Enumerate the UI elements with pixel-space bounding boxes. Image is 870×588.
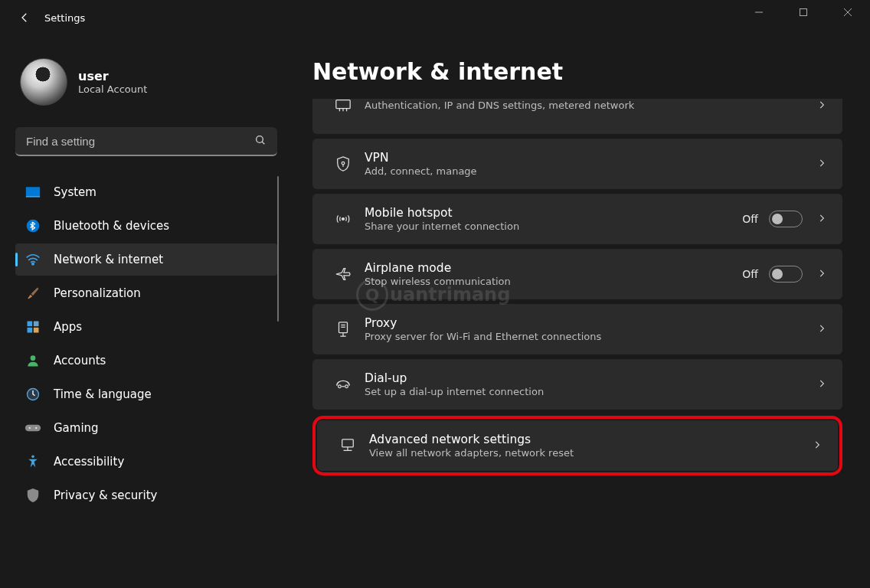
svg-point-4 <box>257 136 263 143</box>
sidebar-item-label: System <box>54 185 96 199</box>
page-title: Network & internet <box>312 58 842 85</box>
card-title: Airplane mode <box>365 261 742 275</box>
bluetooth-icon <box>25 218 41 234</box>
sidebar-item-label: Bluetooth & devices <box>54 219 169 233</box>
sidebar-item-label: Accessibility <box>54 455 124 469</box>
card-title: Mobile hotspot <box>365 206 742 220</box>
svg-rect-20 <box>336 100 350 109</box>
sidebar-item-gaming[interactable]: Gaming <box>15 412 277 444</box>
card-title: Dial-up <box>365 371 813 385</box>
sidebar: user Local Account System Blu <box>0 35 291 588</box>
profile-block[interactable]: user Local Account <box>15 58 277 106</box>
window-title: Settings <box>44 12 85 24</box>
sidebar-item-system[interactable]: System <box>15 176 277 208</box>
proxy-icon <box>326 321 360 338</box>
card-mobile-hotspot[interactable]: Mobile hotspot Share your internet conne… <box>312 194 842 244</box>
hotspot-icon <box>326 212 360 226</box>
svg-point-26 <box>342 218 345 220</box>
sidebar-item-personalization[interactable]: Personalization <box>15 277 277 309</box>
nav-scrollbar[interactable] <box>277 176 279 322</box>
svg-rect-7 <box>26 196 40 198</box>
svg-point-9 <box>32 263 34 265</box>
sidebar-item-apps[interactable]: Apps <box>15 311 277 343</box>
ethernet-icon <box>326 99 360 113</box>
svg-point-17 <box>29 427 31 429</box>
clock-globe-icon <box>25 387 41 402</box>
search-icon <box>254 134 267 149</box>
search-wrap <box>15 127 277 156</box>
wifi-icon <box>25 253 41 266</box>
card-title: Proxy <box>365 316 813 330</box>
profile-account-type: Local Account <box>78 83 147 95</box>
highlight-ring: Advanced network settings View all netwo… <box>312 416 842 475</box>
sidebar-item-label: Gaming <box>54 421 99 435</box>
sidebar-item-label: Network & internet <box>54 253 163 266</box>
svg-point-14 <box>31 355 36 361</box>
card-sub: Share your internet connection <box>365 220 742 232</box>
svg-point-19 <box>31 456 34 459</box>
card-sub: View all network adapters, network reset <box>369 447 809 459</box>
card-proxy[interactable]: Proxy Proxy server for Wi-Fi and Etherne… <box>312 304 842 354</box>
card-advanced-network[interactable]: Advanced network settings View all netwo… <box>317 420 838 471</box>
sidebar-item-accounts[interactable]: Accounts <box>15 345 277 377</box>
sidebar-item-accessibility[interactable]: Accessibility <box>15 446 277 478</box>
chevron-right-icon <box>816 267 827 282</box>
card-airplane-mode[interactable]: Airplane mode Stop wireless communicatio… <box>312 249 842 299</box>
vpn-shield-icon <box>326 155 360 172</box>
minimize-button[interactable] <box>737 0 781 24</box>
sidebar-item-privacy[interactable]: Privacy & security <box>15 479 277 511</box>
airplane-toggle[interactable] <box>769 266 803 283</box>
svg-rect-35 <box>342 439 354 447</box>
card-vpn[interactable]: VPN Add, connect, manage <box>312 139 842 189</box>
svg-point-18 <box>35 427 37 429</box>
svg-rect-11 <box>34 322 39 327</box>
gamepad-icon <box>25 422 41 434</box>
sidebar-item-time-language[interactable]: Time & language <box>15 378 277 410</box>
minimize-icon <box>754 8 764 17</box>
profile-username: user <box>78 69 147 83</box>
sidebar-item-network[interactable]: Network & internet <box>15 243 277 276</box>
sidebar-item-label: Apps <box>54 320 82 334</box>
sidebar-nav: System Bluetooth & devices Network & int… <box>15 176 277 511</box>
card-title: VPN <box>365 151 813 165</box>
toggle-label: Off <box>742 213 758 225</box>
svg-point-24 <box>342 162 345 165</box>
airplane-icon <box>326 266 360 282</box>
svg-rect-12 <box>28 328 33 333</box>
search-input[interactable] <box>15 127 277 156</box>
maximize-button[interactable] <box>781 0 826 24</box>
window-controls <box>737 0 870 35</box>
maximize-icon <box>799 8 808 17</box>
sidebar-item-label: Personalization <box>54 286 141 300</box>
shield-icon <box>25 488 41 503</box>
close-icon <box>843 8 852 17</box>
card-sub: Set up a dial-up internet connection <box>365 386 813 397</box>
apps-icon <box>25 319 41 335</box>
chevron-right-icon <box>812 439 823 453</box>
close-button[interactable] <box>826 0 870 24</box>
chevron-right-icon <box>816 212 827 227</box>
sidebar-item-label: Privacy & security <box>54 488 157 502</box>
svg-rect-13 <box>34 328 39 333</box>
toggle-label: Off <box>742 268 758 280</box>
card-dialup[interactable]: Dial-up Set up a dial-up internet connec… <box>312 359 842 410</box>
card-sub: Authentication, IP and DNS settings, met… <box>365 100 813 111</box>
card-ethernet-partial[interactable]: Authentication, IP and DNS settings, met… <box>312 99 842 134</box>
advanced-network-icon <box>331 438 365 453</box>
system-icon <box>25 186 41 198</box>
paintbrush-icon <box>25 286 41 301</box>
card-title: Advanced network settings <box>369 433 809 446</box>
back-button[interactable] <box>15 8 34 27</box>
sidebar-item-bluetooth[interactable]: Bluetooth & devices <box>15 210 277 242</box>
chevron-right-icon <box>816 157 827 172</box>
accessibility-icon <box>25 454 41 469</box>
dialup-icon <box>326 378 360 390</box>
chevron-right-icon <box>816 322 827 337</box>
sidebar-item-label: Time & language <box>54 387 152 401</box>
card-sub: Stop wireless communication <box>365 276 742 287</box>
chevron-right-icon <box>816 99 827 113</box>
card-sub: Add, connect, manage <box>365 165 813 177</box>
avatar <box>20 58 67 106</box>
arrow-left-icon <box>18 11 31 24</box>
hotspot-toggle[interactable] <box>769 211 803 227</box>
